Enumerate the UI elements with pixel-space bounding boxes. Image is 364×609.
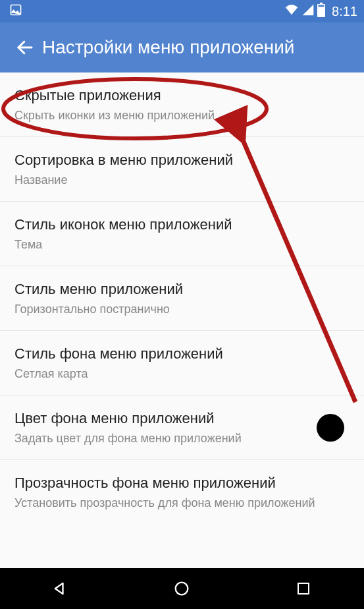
setting-subtitle: Скрыть иконки из меню приложений (14, 108, 350, 123)
setting-title: Стиль фона меню приложений (14, 344, 350, 364)
setting-bg-style[interactable]: Стиль фона меню приложений Сетлая карта (0, 331, 364, 395)
setting-subtitle: Задать цвет для фона меню приложений (14, 431, 350, 446)
back-button[interactable] (8, 38, 42, 57)
setting-title: Сортировка в меню приложений (14, 150, 350, 170)
battery-icon (317, 3, 325, 20)
status-clock: 8:11 (332, 4, 357, 19)
svg-point-4 (176, 583, 188, 595)
setting-hidden-apps[interactable]: Скрытые приложения Скрыть иконки из меню… (0, 72, 364, 137)
app-bar: Настройки меню приложений (0, 22, 364, 72)
page-title: Настройки меню приложений (42, 37, 294, 58)
setting-subtitle: Установить прозрачность для фона меню пр… (14, 496, 350, 511)
setting-title: Стиль меню приложений (14, 279, 350, 299)
setting-title: Цвет фона меню приложений (14, 409, 350, 428)
setting-subtitle: Горизонтально постранично (14, 302, 350, 317)
setting-subtitle: Название (14, 173, 350, 188)
svg-rect-5 (298, 583, 309, 594)
color-swatch (317, 414, 344, 442)
setting-sort[interactable]: Сортировка в меню приложений Название (0, 137, 364, 202)
setting-subtitle: Тема (14, 237, 350, 252)
setting-bg-color[interactable]: Цвет фона меню приложений Задать цвет дл… (0, 395, 364, 460)
setting-title: Прозрачность фона меню приложений (14, 473, 350, 493)
setting-title: Скрытые приложения (14, 86, 350, 105)
setting-title: Стиль иконок меню приложений (14, 215, 350, 235)
svg-rect-2 (320, 3, 323, 4)
wifi-icon (284, 3, 299, 20)
setting-bg-transparency[interactable]: Прозрачность фона меню приложений Устано… (0, 460, 364, 524)
nav-recent-button[interactable] (274, 573, 333, 604)
setting-menu-style[interactable]: Стиль меню приложений Горизонтально пост… (0, 266, 364, 331)
status-bar: 8:11 (0, 0, 364, 22)
setting-icon-style[interactable]: Стиль иконок меню приложений Тема (0, 202, 364, 266)
setting-subtitle: Сетлая карта (14, 366, 350, 382)
nav-home-button[interactable] (152, 573, 211, 604)
picture-icon (9, 3, 22, 20)
cellular-icon (301, 3, 315, 20)
navigation-bar (0, 568, 364, 609)
svg-rect-3 (319, 5, 325, 7)
nav-back-button[interactable] (31, 573, 90, 604)
settings-list: Скрытые приложения Скрыть иконки из меню… (0, 72, 364, 568)
